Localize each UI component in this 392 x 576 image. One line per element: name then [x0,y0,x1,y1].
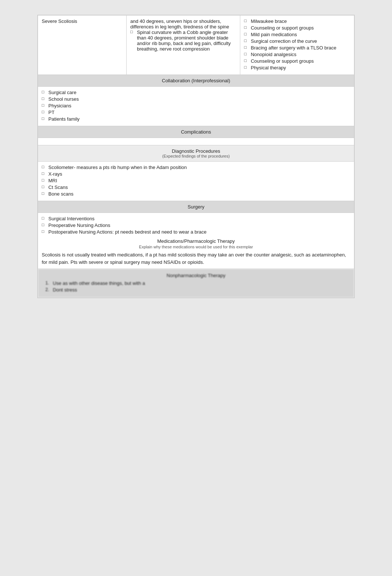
medications-subheader: Explain why these medications would be u… [42,245,350,251]
bullet-icon: □ [244,58,248,63]
complications-body-cell [38,138,354,145]
collaboration-header-row: Collaboration (Interprofessional) [38,75,354,87]
surgery-header-text: Surgery [188,204,204,210]
treatment-text: Surgical correction of the curve [251,38,317,44]
bullet-icon: □ [244,25,248,30]
bullet-icon: □ [42,103,46,107]
collab-text: Physicians [48,103,71,108]
treatment-text: Milwaukee brace [251,18,287,24]
bullet-icon: □ [42,178,46,182]
diag-item-2: □ X-rays [42,171,350,177]
surgery-item-1: □ Surgical Interventions [42,216,350,221]
treatment-text: Counseling or support groups [251,58,314,64]
collaboration-header-cell: Collaboration (Interprofessional) [38,75,354,87]
surgery-text: Postoperative Nursing Actions: pt needs … [48,229,207,235]
top-right-cell: □ Milwaukee brace □ Counseling or suppor… [240,15,354,75]
bullet-icon: □ [42,223,46,227]
diag-item-4: □ Ct Scans [42,184,350,190]
diag-text: MRI [48,178,57,183]
collab-item-3: □ Physicians [42,103,350,108]
diag-text: Bone scans [48,191,73,197]
medications-header: Medications/Pharmacologic Therapy [42,237,350,245]
bullet-icon: □ [244,65,248,69]
top-left-cell: Severe Scoliosis [38,15,127,75]
blurred-item-1: 1. Use as with other disease things, but… [45,280,347,286]
bullet-icon: □ [42,110,46,114]
complications-header-cell: Complications [38,126,354,138]
treatment-text: Mild pain medications [251,32,297,37]
collab-text: Patients family [48,116,80,122]
bullet-icon: □ [244,18,248,23]
blurred-row: Nonpharmacologic Therapy 1. Use as with … [38,269,354,298]
symptoms-prefix: and 40 degrees, uneven hips or shoulders… [130,18,237,30]
prefix-text: and 40 degrees, uneven hips or shoulders… [130,18,229,30]
collaboration-items-cell: □ Surgical care □ School nurses □ Physic… [38,87,354,126]
blurred-text-1: Use as with other disease things, but wi… [53,280,145,286]
treatment-item-2: □ Counseling or support groups [244,25,350,31]
treatment-item-1: □ Milwaukee brace [244,18,350,24]
blurred-header: Nonpharmacologic Therapy [45,273,347,278]
treatment-item-7: □ Counseling or support groups [244,58,350,64]
diagnostic-header-cell: Diagnostic Procedures (Expected findings… [38,145,354,162]
blurred-text-2: Dont stress [53,287,77,293]
bullet-icon: □ [42,90,46,94]
top-mid-cell: and 40 degrees, uneven hips or shoulders… [126,15,240,75]
blurred-cell: Nonpharmacologic Therapy 1. Use as with … [38,269,354,298]
blurred-section: Nonpharmacologic Therapy 1. Use as with … [38,269,354,297]
bullet-icon: □ [130,30,135,34]
severe-scoliosis-label: Severe Scoliosis [42,18,77,24]
diagnostic-header-text: Diagnostic Procedures [42,148,350,154]
blurred-item-2: 2. Dont stress [45,287,347,293]
treatment-item-4: □ Surgical correction of the curve [244,38,350,44]
diag-text: X-rays [48,171,62,177]
surgery-items-row: □ Surgical Interventions □ Preoperative … [38,213,354,269]
collab-item-5: □ Patients family [42,116,350,122]
diagnostic-header-row: Diagnostic Procedures (Expected findings… [38,145,354,162]
treatment-item-5: □ Bracing after surgery with a TLSO brac… [244,45,350,51]
blurred-num-1: 1. [45,280,49,286]
collab-item-1: □ Surgical care [42,90,350,95]
surgery-items-cell: □ Surgical Interventions □ Preoperative … [38,213,354,269]
bullet-icon: □ [244,45,248,49]
collab-item-4: □ PT [42,110,350,115]
blurred-num-2: 2. [45,287,49,292]
bullet-icon: □ [42,96,46,101]
bullet-icon: □ [244,32,248,36]
collab-text: PT [48,110,55,115]
bullet-icon: □ [244,52,248,56]
surgery-header-cell: Surgery [38,201,354,213]
treatment-text: Bracing after surgery with a TLSO brace [251,45,336,51]
bullet-icon: □ [42,191,46,196]
surgery-item-2: □ Preoperative Nursing Actions [42,223,350,228]
diag-text: Scoliometer- measures a pts rib hump whe… [48,165,187,170]
bullet-icon: □ [42,229,46,234]
treatment-text: Nonopioid analgesics [251,52,296,57]
diag-item-5: □ Bone scans [42,191,350,197]
surgery-item-3: □ Postoperative Nursing Actions: pt need… [42,229,350,235]
bullet-icon: □ [244,38,248,43]
symptom-text: Spinal curvature with a Cobb angle great… [137,30,237,52]
complications-header-row: Complications [38,126,354,138]
diagnostic-subheader-text: (Expected findings of the procedures) [42,154,350,158]
bullet-icon: □ [42,171,46,176]
collab-item-2: □ School nurses [42,96,350,102]
diagnostic-items-row: □ Scoliometer- measures a pts rib hump w… [38,162,354,201]
bullet-icon: □ [42,165,46,169]
diagnostic-items-cell: □ Scoliometer- measures a pts rib hump w… [38,162,354,201]
treatment-item-8: □ Physical therapy [244,65,350,70]
surgery-text: Preoperative Nursing Actions [48,223,110,228]
bullet-icon: □ [42,216,46,220]
collaboration-header-text: Collaboration (Interprofessional) [162,78,230,83]
collaboration-items-row: □ Surgical care □ School nurses □ Physic… [38,87,354,126]
page-container: Severe Scoliosis and 40 degrees, uneven … [37,15,355,298]
main-table: Severe Scoliosis and 40 degrees, uneven … [38,15,354,298]
collab-text: School nurses [48,96,79,102]
treatment-text: Counseling or support groups [251,25,314,31]
complications-header-text: Complications [181,129,211,135]
medications-body: Scoliosis is not usually treated with me… [42,251,350,266]
bullet-icon: □ [42,116,46,121]
symptom-item-1: □ Spinal curvature with a Cobb angle gre… [130,30,237,52]
diag-text: Ct Scans [48,184,68,190]
diag-item-1: □ Scoliometer- measures a pts rib hump w… [42,165,350,170]
diag-item-3: □ MRI [42,178,350,183]
